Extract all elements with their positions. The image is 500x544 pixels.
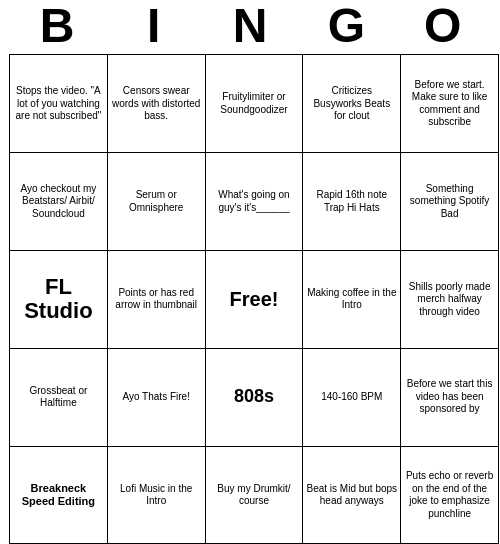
bingo-cell-7[interactable]: What's going on guy's it's______ [206,153,304,251]
bingo-cell-9[interactable]: Something something Spotify Bad [401,153,499,251]
cell-text-23: Beat is Mid but bops head anyways [306,483,397,508]
bingo-cell-2[interactable]: Fruitylimiter or Soundgoodizer [206,55,304,153]
cell-text-12: Free! [230,287,279,312]
cell-text-8: Rapid 16th note Trap Hi Hats [306,189,397,214]
cell-text-20: Breakneck Speed Editing [13,482,104,508]
bingo-cell-19[interactable]: Before we start this video has been spon… [401,349,499,447]
bingo-cell-0[interactable]: Stops the video. "A lot of you watching … [10,55,108,153]
cell-text-7: What's going on guy's it's______ [209,189,300,214]
bingo-grid: Stops the video. "A lot of you watching … [9,54,499,544]
bingo-cell-16[interactable]: Ayo Thats Fire! [108,349,206,447]
cell-text-13: Making coffee in the Intro [306,287,397,312]
cell-text-24: Puts echo or reverb on the end of the jo… [404,470,495,520]
cell-text-10: FL Studio [13,275,104,323]
cell-text-18: 140-160 BPM [321,391,382,404]
bingo-cell-24[interactable]: Puts echo or reverb on the end of the jo… [401,447,499,544]
bingo-cell-11[interactable]: Points or has red arrow in thumbnail [108,251,206,349]
bingo-cell-21[interactable]: Lofi Music in the Intro [108,447,206,544]
cell-text-5: Ayo checkout my Beatstars/ Airbit/ Sound… [13,183,104,221]
bingo-cell-23[interactable]: Beat is Mid but bops head anyways [303,447,401,544]
cell-text-11: Points or has red arrow in thumbnail [111,287,202,312]
cell-text-22: Buy my Drumkit/ course [209,483,300,508]
title-letter-i: I [110,0,198,52]
bingo-title: BINGO [9,0,491,52]
bingo-card: BINGO Stops the video. "A lot of you wat… [5,0,495,544]
bingo-cell-13[interactable]: Making coffee in the Intro [303,251,401,349]
cell-text-4: Before we start. Make sure to like comme… [404,79,495,129]
bingo-cell-10[interactable]: FL Studio [10,251,108,349]
cell-text-14: Shills poorly made merch halfway through… [404,281,495,319]
cell-text-15: Grossbeat or Halftime [13,385,104,410]
bingo-cell-3[interactable]: Criticizes Busyworks Beats for clout [303,55,401,153]
title-letter-g: G [302,0,390,52]
bingo-cell-12[interactable]: Free! [206,251,304,349]
cell-text-1: Censors swear words with distorted bass. [111,85,202,123]
title-letter-n: N [206,0,294,52]
cell-text-16: Ayo Thats Fire! [122,391,189,404]
bingo-cell-4[interactable]: Before we start. Make sure to like comme… [401,55,499,153]
bingo-cell-6[interactable]: Serum or Omnisphere [108,153,206,251]
cell-text-3: Criticizes Busyworks Beats for clout [306,85,397,123]
bingo-cell-5[interactable]: Ayo checkout my Beatstars/ Airbit/ Sound… [10,153,108,251]
bingo-cell-14[interactable]: Shills poorly made merch halfway through… [401,251,499,349]
bingo-cell-8[interactable]: Rapid 16th note Trap Hi Hats [303,153,401,251]
title-letter-b: B [13,0,101,52]
cell-text-17: 808s [234,386,274,408]
bingo-cell-20[interactable]: Breakneck Speed Editing [10,447,108,544]
title-letter-o: O [399,0,487,52]
cell-text-21: Lofi Music in the Intro [111,483,202,508]
cell-text-9: Something something Spotify Bad [404,183,495,221]
cell-text-2: Fruitylimiter or Soundgoodizer [209,91,300,116]
bingo-cell-18[interactable]: 140-160 BPM [303,349,401,447]
cell-text-6: Serum or Omnisphere [111,189,202,214]
cell-text-0: Stops the video. "A lot of you watching … [13,85,104,123]
bingo-cell-22[interactable]: Buy my Drumkit/ course [206,447,304,544]
cell-text-19: Before we start this video has been spon… [404,378,495,416]
bingo-cell-17[interactable]: 808s [206,349,304,447]
bingo-cell-15[interactable]: Grossbeat or Halftime [10,349,108,447]
bingo-cell-1[interactable]: Censors swear words with distorted bass. [108,55,206,153]
